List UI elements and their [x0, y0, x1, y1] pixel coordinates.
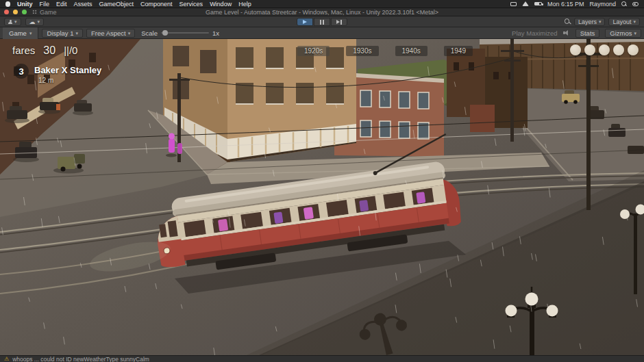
chevron-down-icon: ▾: [128, 31, 131, 36]
play-maximized-toggle[interactable]: Play Maximized: [512, 29, 558, 37]
wifi-icon[interactable]: [522, 1, 529, 6]
layout-dropdown[interactable]: Layout ▾: [608, 18, 640, 26]
window-controls: [4, 10, 27, 14]
life-dot: [584, 44, 595, 55]
game-viewport[interactable]: fares 30 ||/0 3 Baker X Stanley 12 m 192…: [0, 39, 644, 355]
chevron-down-icon: ▾: [14, 19, 17, 24]
scale-value: 1x: [212, 29, 219, 37]
chevron-down-icon: ▾: [599, 19, 602, 24]
game-panel-tab[interactable]: Game ▾: [3, 27, 38, 39]
next-stop-distance: 12 m: [38, 77, 53, 84]
gizmos-label: Gizmos: [610, 29, 632, 37]
scale-slider-knob[interactable]: [162, 30, 168, 36]
scale-label: Scale: [141, 29, 158, 37]
toolbar-right-group: Layers ▾ Layout ▾: [565, 18, 640, 26]
chevron-down-icon: ▾: [38, 19, 40, 24]
menu-file[interactable]: File: [40, 0, 50, 8]
era-button-1930s[interactable]: 1930s: [346, 46, 378, 56]
game-scene: [0, 39, 644, 355]
life-dot: [628, 44, 639, 55]
game-view-tab[interactable]: Game: [32, 9, 57, 16]
search-icon[interactable]: [565, 18, 571, 25]
menu-window[interactable]: Window: [210, 0, 232, 8]
apple-menu-icon[interactable]: [5, 1, 10, 7]
screen: Unity File Edit Assets GameObject Compon…: [0, 0, 644, 362]
play-icon: [303, 20, 307, 24]
scale-slider[interactable]: [161, 32, 209, 34]
layers-dropdown[interactable]: Layers ▾: [574, 18, 606, 26]
aspect-dropdown[interactable]: Free Aspect ▾: [86, 29, 135, 38]
next-stop-name: Baker X Stanley: [34, 65, 101, 75]
era-button-1949[interactable]: 1949: [444, 46, 473, 56]
window-title: Game Level - Automata Streetcar - Window…: [206, 9, 438, 16]
step-icon: [336, 20, 342, 25]
menu-component[interactable]: Component: [140, 0, 173, 8]
unity-statusbar[interactable]: ⚠ whoops ... could not ID newWeatherType…: [0, 355, 644, 362]
layout-label: Layout: [612, 18, 631, 25]
unity-titlebar: Game Game Level - Automata Streetcar - W…: [0, 8, 644, 16]
warning-icon: ⚠: [4, 357, 9, 362]
era-button-1940s[interactable]: 1940s: [395, 46, 428, 56]
menubar-clock[interactable]: Mon 6:15 PM: [547, 0, 584, 8]
spotlight-icon[interactable]: [621, 1, 627, 7]
minimize-window-button[interactable]: [13, 10, 18, 14]
account-button[interactable]: ▾: [4, 18, 21, 26]
grid-icon: [32, 10, 37, 14]
game-view-tab-label: Game: [40, 9, 57, 16]
chevron-down-icon: ▾: [75, 31, 78, 36]
stop-number-badge: 3: [14, 64, 29, 79]
display-icon[interactable]: [510, 2, 517, 6]
menubar-status-area: Mon 6:15 PM Raymond: [510, 0, 639, 8]
user-menu[interactable]: Raymond: [589, 0, 616, 8]
menu-assets[interactable]: Assets: [74, 0, 92, 8]
unity-toolbar: ▾ ☁ ▾ Layers ▾ Layout ▾: [0, 16, 644, 27]
gizmos-dropdown[interactable]: Gizmos ▾: [605, 29, 641, 38]
menu-edit[interactable]: Edit: [56, 0, 67, 8]
fares-label: fares: [12, 44, 35, 56]
fares-detail: ||/0: [64, 44, 77, 56]
cloud-icon: ☁: [29, 18, 36, 25]
step-button[interactable]: [331, 18, 347, 26]
battery-icon[interactable]: [534, 2, 542, 5]
account-icon: [8, 20, 12, 24]
menu-help[interactable]: Help: [238, 0, 251, 8]
life-dot: [613, 44, 624, 55]
menu-gameobject[interactable]: GameObject: [99, 0, 134, 8]
layers-label: Layers: [578, 18, 597, 25]
stats-button[interactable]: Stats: [575, 29, 600, 38]
chevron-down-icon: ▾: [634, 31, 636, 36]
display-dropdown[interactable]: Display 1 ▾: [42, 29, 83, 38]
mute-audio-icon[interactable]: [563, 30, 570, 36]
fares-value: 30: [43, 44, 55, 57]
close-window-button[interactable]: [4, 10, 9, 14]
cloud-services-button[interactable]: ☁ ▾: [25, 18, 45, 26]
menu-services[interactable]: Services: [179, 0, 203, 8]
life-dot: [570, 44, 581, 55]
lives-dots: [570, 44, 639, 55]
fares-readout: fares 30 ||/0: [12, 44, 77, 57]
pause-button[interactable]: [314, 18, 330, 26]
scale-control: Scale 1x: [141, 29, 219, 37]
chevron-down-icon: ▾: [29, 31, 32, 36]
era-button-1920s[interactable]: 1920s: [297, 46, 330, 56]
chevron-down-icon: ▾: [633, 19, 636, 24]
console-message: whoops ... could not ID newWeatherType s…: [12, 356, 149, 362]
control-center-icon[interactable]: [632, 2, 639, 6]
pause-icon: [320, 20, 324, 25]
menu-unity[interactable]: Unity: [17, 0, 33, 8]
life-dot: [599, 44, 610, 55]
era-selector: 1920s 1930s 1940s 1949: [297, 46, 473, 56]
zoom-window-button[interactable]: [22, 10, 27, 14]
stats-label: Stats: [580, 29, 595, 37]
game-view-toolbar: Game ▾ Display 1 ▾ Free Aspect ▾ Scale 1…: [0, 27, 644, 39]
gamebar-right-group: Play Maximized Stats Gizmos ▾: [512, 29, 641, 38]
transport-controls: [297, 18, 347, 26]
macos-menubar: Unity File Edit Assets GameObject Compon…: [0, 0, 644, 8]
display-label: Display 1: [47, 29, 73, 37]
play-button[interactable]: [297, 18, 313, 26]
game-panel-tab-label: Game: [9, 29, 27, 37]
aspect-label: Free Aspect: [91, 29, 126, 37]
